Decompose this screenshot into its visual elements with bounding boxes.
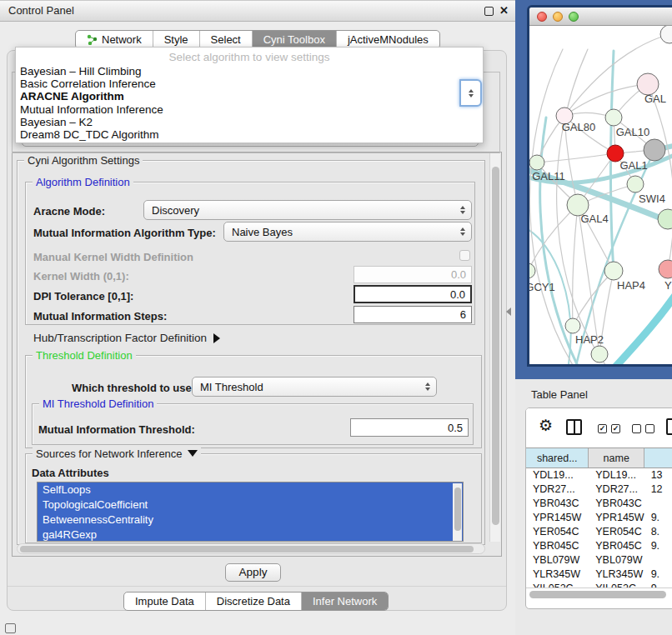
scrollbar-thumb[interactable] <box>492 167 499 525</box>
threshold-definition-title: Threshold Definition <box>33 349 136 362</box>
table-horizontal-scrollbar[interactable] <box>526 588 672 599</box>
tab-infer-network[interactable]: Infer Network <box>301 592 388 610</box>
algorithm-option[interactable]: Bayesian – Hill Climbing <box>16 65 483 78</box>
column-header[interactable] <box>644 448 672 468</box>
settings-horizontal-scrollbar[interactable] <box>17 543 485 554</box>
table-row[interactable]: YBR045CYBR045C9. <box>526 539 672 553</box>
tab-label: Impute Data <box>135 592 194 610</box>
network-edge[interactable] <box>648 84 672 269</box>
tab-select[interactable]: Select <box>199 31 252 48</box>
zoom-traffic-light-icon[interactable] <box>569 12 579 22</box>
tab-cyni-toolbox[interactable]: Cyni Toolbox <box>252 31 336 48</box>
table-row[interactable]: YBR043CYBR043C <box>526 497 672 511</box>
attribute-list-item[interactable]: BetweennessCentrality <box>38 512 463 528</box>
network-edge[interactable] <box>529 228 571 367</box>
network-node[interactable] <box>658 209 672 229</box>
algorithm-option[interactable]: ARACNE Algorithm <box>16 90 483 102</box>
table-cell: 9. <box>644 511 672 525</box>
attribute-list-item[interactable]: TopologicalCoefficient <box>38 498 463 512</box>
scrollbar-thumb[interactable] <box>529 591 666 598</box>
checked-checkbox-icon[interactable]: ✓ <box>611 424 620 433</box>
network-icon <box>87 34 98 45</box>
network-node[interactable] <box>591 346 608 362</box>
unchecked-checkbox-icon[interactable] <box>645 424 654 433</box>
algorithm-option[interactable]: Mutual Information Inference <box>16 103 483 116</box>
table-row[interactable]: YDR27...YDR27...12 <box>526 482 672 497</box>
network-node-gal11[interactable] <box>529 155 544 170</box>
node-label: Y <box>664 279 672 292</box>
network-canvas[interactable]: GALGAL80GAL10GAL1GAL11SWI4GAL4GCY1HAP4YH… <box>529 26 672 367</box>
mi-threshold-label: Mutual Information Threshold: <box>38 423 195 436</box>
float-window-icon[interactable] <box>484 7 494 16</box>
table-row[interactable]: YER054CYER054C8. <box>526 525 672 539</box>
column-layout-icon[interactable] <box>566 419 582 435</box>
settings-vertical-scrollbar[interactable] <box>489 153 500 542</box>
node-label: SWI4 <box>639 192 665 205</box>
scrollbar-thumb[interactable] <box>454 488 461 531</box>
table-window: ⚙ ✓ ✓ shared...name YDL19...YDL19...13YD… <box>525 408 672 609</box>
algorithm-option[interactable]: Basic Correlation Inference <box>16 78 483 90</box>
tab-impute-data[interactable]: Impute Data <box>124 592 205 610</box>
close-traffic-light-icon[interactable] <box>537 12 547 22</box>
hub-tf-definition-toggle[interactable]: Hub/Transcription Factor Definition <box>33 332 220 344</box>
checked-checkbox-icon[interactable]: ✓ <box>598 424 607 433</box>
manual-kernel-checkbox[interactable] <box>459 250 470 261</box>
data-attributes-list[interactable]: SelfLoopsTopologicalCoefficientBetweenne… <box>37 482 464 542</box>
new-table-icon[interactable] <box>666 418 672 435</box>
minimize-traffic-light-icon[interactable] <box>553 12 563 22</box>
which-threshold-value: MI Threshold <box>193 381 423 393</box>
network-node[interactable] <box>644 139 665 161</box>
focused-combo-fragment[interactable] <box>459 79 482 107</box>
mi-steps-input[interactable] <box>354 306 472 323</box>
mi-type-select[interactable]: Naive Bayes <box>223 222 472 242</box>
algorithm-option[interactable]: Bayesian – K2 <box>16 116 483 128</box>
network-node[interactable] <box>660 26 672 43</box>
table-row[interactable]: YDL19...YDL19...13 <box>526 468 672 482</box>
tab-style[interactable]: Style <box>153 31 199 48</box>
split-pane-collapse-icon[interactable] <box>506 308 511 316</box>
mi-threshold-input[interactable] <box>350 418 469 437</box>
network-node-y[interactable] <box>659 260 672 278</box>
node-label: GAL <box>644 92 666 105</box>
tab-label: Style <box>164 31 188 48</box>
attribute-list-item[interactable]: SelfLoops <box>38 482 463 498</box>
table-row[interactable]: YIL052CYIL052C9. <box>526 582 672 588</box>
network-desktop: GALGAL80GAL10GAL1GAL11SWI4GAL4GCY1HAP4YH… <box>515 0 672 379</box>
tab-jactivemnodules[interactable]: jActiveMNodules <box>336 31 439 48</box>
tab-network[interactable]: Network <box>76 31 153 48</box>
network-node-hap2[interactable] <box>565 318 580 333</box>
network-node-gal10[interactable] <box>605 109 622 126</box>
table-row[interactable]: YBL079WYBL079W <box>526 553 672 568</box>
column-header[interactable]: name <box>589 448 644 468</box>
list-vertical-scrollbar[interactable] <box>453 483 462 542</box>
aracne-mode-select[interactable]: Discovery <box>143 200 472 220</box>
network-view-window[interactable]: GALGAL80GAL10GAL1GAL11SWI4GAL4GCY1HAP4YH… <box>527 5 672 367</box>
gear-icon[interactable]: ⚙ <box>539 416 553 435</box>
network-edge[interactable] <box>537 153 615 162</box>
scrollbar-thumb[interactable] <box>20 546 474 552</box>
which-threshold-select[interactable]: MI Threshold <box>192 377 437 397</box>
dpi-tolerance-input[interactable] <box>354 285 472 303</box>
algorithm-option[interactable]: Dream8 DC_TDC Algorithm <box>16 128 483 141</box>
table-row[interactable]: YLR345WYLR345W9. <box>526 568 672 582</box>
table-row[interactable]: YPR145WYPR145W9. <box>526 511 672 525</box>
cyni-bottom-tabs: Impute DataDiscretize DataInfer Network <box>123 592 389 611</box>
stepper-icon <box>458 228 471 236</box>
network-node-gcy1[interactable] <box>529 263 535 278</box>
network-edge[interactable] <box>578 205 599 354</box>
network-window-titlebar[interactable] <box>529 8 672 26</box>
network-node-swi4[interactable] <box>627 176 644 192</box>
network-edge[interactable] <box>573 271 614 326</box>
dock-panel-icon[interactable] <box>5 623 16 633</box>
column-header[interactable]: shared... <box>526 448 589 468</box>
kernel-width-input[interactable] <box>354 266 472 283</box>
close-icon[interactable]: ✕ <box>499 4 509 17</box>
unchecked-checkbox-icon[interactable] <box>632 424 641 433</box>
stepper-icon <box>458 206 471 214</box>
attribute-list-item[interactable]: gal4RGexp <box>38 528 463 542</box>
tab-discretize-data[interactable]: Discretize Data <box>205 592 301 610</box>
network-node-hap4[interactable] <box>604 262 623 280</box>
sources-group-title[interactable]: Sources for Network Inference <box>33 448 201 460</box>
apply-button[interactable]: Apply <box>225 563 281 582</box>
network-edge[interactable] <box>611 289 672 367</box>
